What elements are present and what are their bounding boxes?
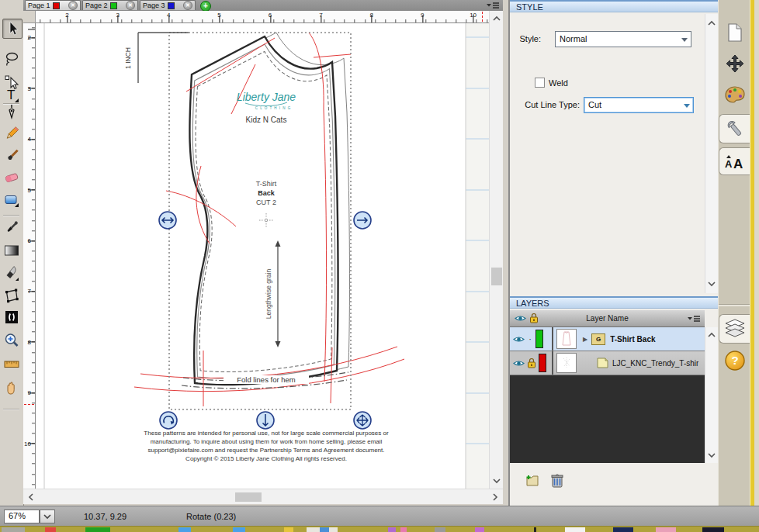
taskbar-icon[interactable] [85, 527, 110, 532]
layer-name[interactable]: LJC_KNC_Trendy_T-shir [612, 359, 698, 368]
taskbar-icon[interactable] [45, 527, 56, 532]
help-icon[interactable]: ? [722, 347, 748, 374]
horizontal-scroll-thumb[interactable] [235, 492, 262, 502]
gradient-tool-icon[interactable] [2, 241, 21, 260]
layers-panel-header[interactable]: LAYERS [510, 296, 718, 309]
layer-lock-icon[interactable] [527, 358, 536, 368]
add-page-button[interactable]: + [200, 1, 211, 12]
eyedropper-tool-icon[interactable] [2, 218, 21, 237]
layers-menu-icon[interactable] [687, 315, 701, 323]
tools-options-tab[interactable] [719, 114, 750, 143]
scroll-up-icon[interactable] [490, 12, 503, 25]
tab-page-3-close-icon[interactable]: ✕ [183, 1, 192, 10]
tab-page-2-close-icon[interactable]: ✕ [126, 1, 135, 10]
select-tool-icon[interactable] [2, 19, 23, 39]
ruler-number: 9 [421, 12, 424, 19]
weld-checkbox[interactable] [535, 78, 545, 88]
cut-line-type-dropdown[interactable]: Cut [584, 97, 694, 113]
shape-tool-icon[interactable] [2, 191, 21, 209]
design-canvas[interactable]: Fold lines for hem 1 INCH Liberty Jane C… [36, 23, 489, 489]
layer-color-chip[interactable] [535, 330, 543, 348]
vertical-scroll-thumb[interactable] [491, 268, 502, 285]
layer-unlocked-dot[interactable]: · [527, 334, 533, 344]
hand-tool-icon[interactable] [2, 379, 21, 398]
taskbar-icon[interactable] [2, 527, 25, 532]
windows-taskbar[interactable] [0, 526, 759, 532]
taskbar-icon[interactable] [284, 527, 293, 532]
lasso-tool-icon[interactable] [2, 50, 21, 68]
cursor-x-guide [482, 12, 483, 22]
ruler-number: 10 [24, 440, 31, 447]
stencil-bridge-tool-icon[interactable] [2, 308, 21, 326]
stretch-right-handle[interactable] [354, 212, 371, 229]
rotate-handle[interactable] [160, 412, 177, 429]
taskbar-icon[interactable] [475, 527, 484, 532]
ruler-number: 2 [28, 34, 31, 41]
taskbar-icon[interactable] [435, 527, 445, 532]
zoom-dropdown-button[interactable] [40, 510, 55, 523]
eraser-tool-icon[interactable] [2, 168, 21, 187]
tab-page-3[interactable]: Page 3 ✕ [140, 0, 196, 10]
tab-page-2[interactable]: Page 2 ✕ [82, 0, 138, 10]
taskbar-icon[interactable] [388, 527, 396, 532]
scroll-up-icon[interactable] [705, 17, 718, 29]
layer-thumbnail[interactable] [556, 329, 577, 349]
pen-tool-icon[interactable] [2, 102, 21, 121]
cursor-y-guide [24, 404, 34, 405]
pencil-tool-icon[interactable] [2, 124, 21, 143]
move-handle[interactable] [354, 412, 371, 429]
layer-row-tshirt-back[interactable]: · ▶ G T-Shirt Back [510, 327, 705, 351]
layer-name[interactable]: T-Shirt Back [610, 335, 655, 344]
canvas-horizontal-scrollbar[interactable] [23, 489, 503, 504]
move-panel-icon[interactable] [722, 51, 748, 78]
tab-menu-icon[interactable] [486, 2, 500, 9]
pattern-cut-outline[interactable] [189, 36, 338, 385]
style-panel-scrollbar[interactable] [705, 14, 718, 293]
stretch-vertical-handle[interactable] [257, 412, 274, 429]
taskbar-icon[interactable] [656, 527, 676, 532]
scroll-down-icon[interactable] [705, 278, 718, 290]
panel-splitter[interactable] [719, 304, 750, 306]
taskbar-icon[interactable] [178, 527, 191, 532]
layers-tab[interactable] [719, 314, 750, 344]
add-layer-button[interactable] [524, 473, 541, 489]
taskbar-icon[interactable] [233, 527, 245, 532]
taskbar-icon[interactable] [400, 527, 407, 532]
taskbar-icon[interactable] [320, 527, 329, 532]
document-panel-icon[interactable] [722, 19, 748, 46]
text-style-tab[interactable]: AA [719, 147, 750, 175]
layers-panel-scrollbar[interactable] [705, 327, 718, 463]
zoom-tool-icon[interactable] [2, 331, 21, 350]
taskbar-icon[interactable] [534, 527, 536, 532]
logo-text: Liberty Jane [237, 91, 296, 103]
layer-visibility-eye-icon[interactable] [513, 359, 525, 368]
scroll-up-icon[interactable] [705, 329, 718, 341]
taskbar-icon[interactable] [613, 527, 633, 532]
canvas-vertical-scrollbar[interactable] [489, 11, 503, 489]
layer-expand-icon[interactable]: ▶ [583, 336, 587, 343]
tab-page-1-close-icon[interactable]: ✕ [68, 1, 78, 10]
layer-color-chip[interactable] [539, 354, 546, 372]
scroll-left-icon[interactable] [25, 491, 37, 503]
scroll-down-icon[interactable] [705, 449, 718, 461]
taskbar-icon[interactable] [702, 527, 724, 532]
zoom-level-field[interactable]: 67% [4, 510, 40, 523]
ruler-tool-icon[interactable] [2, 354, 21, 373]
style-panel-header[interactable]: STYLE [510, 0, 718, 12]
layer-visibility-eye-icon[interactable] [513, 335, 525, 344]
ruler-number: 4 [28, 136, 31, 143]
tab-page-1[interactable]: Page 1 ✕ [25, 0, 81, 10]
rotate-status: Rotate (0.23) [186, 512, 236, 521]
layer-thumbnail[interactable] [556, 353, 577, 373]
stretch-horizontal-handle[interactable] [159, 212, 176, 229]
taskbar-icon[interactable] [565, 527, 585, 532]
layer-row-ljc-knc[interactable]: LJC_KNC_Trendy_T-shir [510, 351, 705, 375]
knife-tool-icon[interactable] [2, 264, 21, 282]
delete-layer-trash-icon[interactable] [550, 473, 564, 489]
palette-panel-icon[interactable] [722, 82, 748, 109]
brush-tool-icon[interactable] [2, 147, 21, 165]
distort-tool-icon[interactable] [2, 286, 21, 305]
scroll-down-icon[interactable] [490, 475, 503, 487]
style-dropdown[interactable]: Normal [555, 31, 691, 47]
scroll-right-icon[interactable] [489, 491, 501, 503]
